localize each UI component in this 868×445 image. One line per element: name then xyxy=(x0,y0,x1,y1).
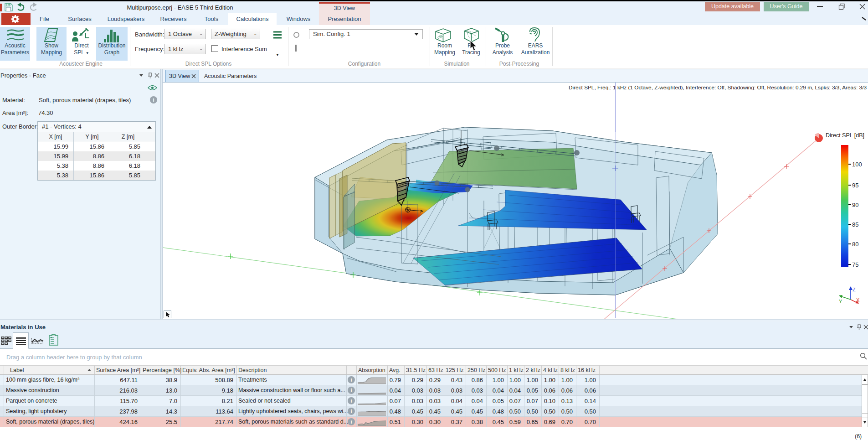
svg-text:100: 100 xyxy=(852,161,862,168)
svg-text:Direct SPL [dB]: Direct SPL [dB] xyxy=(826,132,864,139)
svg-text:Y: Y xyxy=(839,299,842,304)
svg-text:90: 90 xyxy=(852,202,858,208)
svg-text:80: 80 xyxy=(852,241,858,248)
svg-text:95: 95 xyxy=(852,182,858,189)
svg-text:75: 75 xyxy=(852,261,858,268)
svg-text:Z: Z xyxy=(853,287,856,292)
svg-text:85: 85 xyxy=(852,221,858,228)
svg-text:X: X xyxy=(856,297,860,303)
